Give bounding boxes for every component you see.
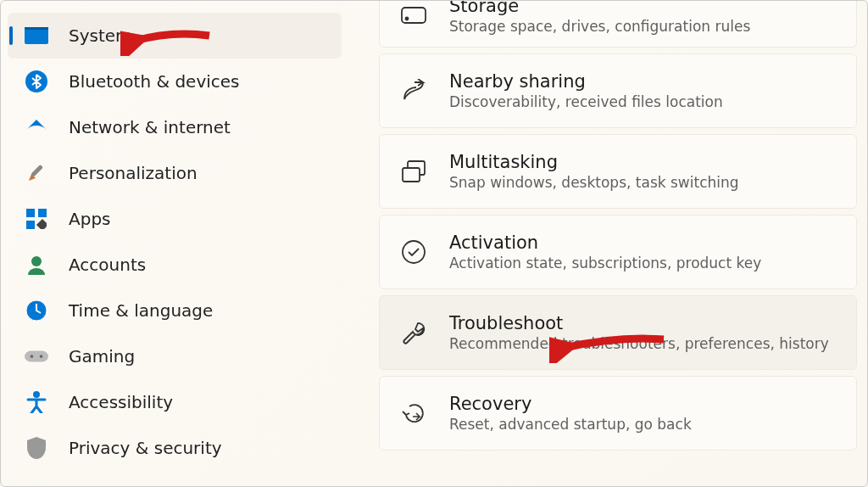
settings-content: Storage Storage space, drives, configura… xyxy=(348,1,867,486)
svg-point-19 xyxy=(403,241,425,263)
recovery-icon xyxy=(398,398,429,428)
system-icon xyxy=(25,24,48,48)
sidebar-item-gaming[interactable]: Gaming xyxy=(8,333,342,379)
wrench-icon xyxy=(398,317,429,348)
card-title: Multitasking xyxy=(449,152,739,172)
card-title: Storage xyxy=(449,1,750,16)
sidebar-item-label: Gaming xyxy=(69,346,135,367)
svg-point-14 xyxy=(33,391,40,398)
sidebar-item-label: Accessibility xyxy=(69,392,173,412)
card-title: Nearby sharing xyxy=(449,71,723,92)
sidebar-item-label: Privacy & security xyxy=(69,438,222,458)
sidebar-item-label: Network & internet xyxy=(69,117,231,137)
svg-rect-3 xyxy=(31,165,43,177)
bluetooth-icon xyxy=(25,70,48,93)
card-desc: Snap windows, desktops, task switching xyxy=(449,174,739,191)
card-desc: Reset, advanced startup, go back xyxy=(449,416,692,433)
multitasking-icon xyxy=(398,156,429,187)
paintbrush-icon xyxy=(25,161,48,185)
sidebar-item-apps[interactable]: Apps xyxy=(8,196,342,242)
sidebar-item-label: Time & language xyxy=(69,300,213,321)
sidebar-item-label: Bluetooth & devices xyxy=(69,71,240,92)
svg-point-12 xyxy=(31,355,34,358)
sidebar-item-label: System xyxy=(69,25,132,46)
accessibility-icon xyxy=(25,390,48,414)
sidebar-item-personalization[interactable]: Personalization xyxy=(8,150,342,196)
shield-icon xyxy=(25,436,48,460)
storage-icon xyxy=(398,1,429,31)
card-title: Recovery xyxy=(449,394,692,414)
sidebar-item-label: Accounts xyxy=(69,255,146,275)
card-troubleshoot[interactable]: Troubleshoot Recommended troubleshooters… xyxy=(379,295,857,370)
globe-clock-icon xyxy=(25,299,48,322)
card-title: Activation xyxy=(449,232,761,253)
card-activation[interactable]: Activation Activation state, subscriptio… xyxy=(379,215,857,289)
gamepad-icon xyxy=(25,344,48,368)
svg-rect-18 xyxy=(403,168,420,182)
svg-rect-5 xyxy=(38,209,47,217)
sidebar-item-network[interactable]: Network & internet xyxy=(8,104,342,150)
card-desc: Activation state, subscriptions, product… xyxy=(449,255,761,271)
sidebar-item-accounts[interactable]: Accounts xyxy=(8,242,342,288)
sidebar-item-label: Apps xyxy=(69,209,111,229)
card-desc: Storage space, drives, configuration rul… xyxy=(449,18,750,35)
sidebar-item-privacy[interactable]: Privacy & security xyxy=(8,425,342,471)
card-desc: Recommended troubleshooters, preferences… xyxy=(449,335,829,352)
sidebar-item-label: Personalization xyxy=(69,163,198,183)
card-recovery[interactable]: Recovery Reset, advanced startup, go bac… xyxy=(379,376,857,451)
share-icon xyxy=(398,76,429,106)
person-icon xyxy=(25,253,48,277)
sidebar-item-bluetooth[interactable]: Bluetooth & devices xyxy=(8,59,342,104)
svg-point-16 xyxy=(406,18,409,20)
svg-rect-11 xyxy=(25,350,48,361)
svg-rect-7 xyxy=(36,219,47,229)
card-nearby-sharing[interactable]: Nearby sharing Discoverability, received… xyxy=(379,53,857,128)
card-title: Troubleshoot xyxy=(449,313,829,333)
svg-rect-4 xyxy=(26,209,35,217)
svg-rect-6 xyxy=(26,221,35,229)
svg-point-8 xyxy=(31,256,42,266)
sidebar-item-accessibility[interactable]: Accessibility xyxy=(8,379,342,425)
svg-rect-1 xyxy=(25,27,48,30)
card-multitasking[interactable]: Multitasking Snap windows, desktops, tas… xyxy=(379,134,857,209)
svg-rect-15 xyxy=(402,8,426,23)
sidebar-item-time-language[interactable]: Time & language xyxy=(8,288,342,333)
settings-sidebar: System Bluetooth & devices Network & int… xyxy=(1,1,348,486)
card-desc: Discoverability, received files location xyxy=(449,93,723,110)
wifi-icon xyxy=(25,115,48,139)
svg-point-13 xyxy=(40,355,43,358)
sidebar-item-system[interactable]: System xyxy=(8,13,342,59)
card-storage[interactable]: Storage Storage space, drives, configura… xyxy=(379,1,857,48)
apps-icon xyxy=(25,207,48,231)
checkmark-circle-icon xyxy=(398,237,429,267)
